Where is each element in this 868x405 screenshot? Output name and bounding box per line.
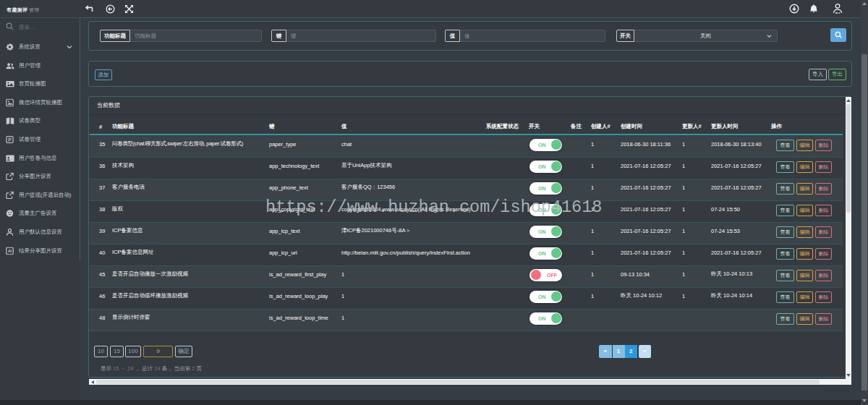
- svg-text:AI: AI: [8, 249, 12, 253]
